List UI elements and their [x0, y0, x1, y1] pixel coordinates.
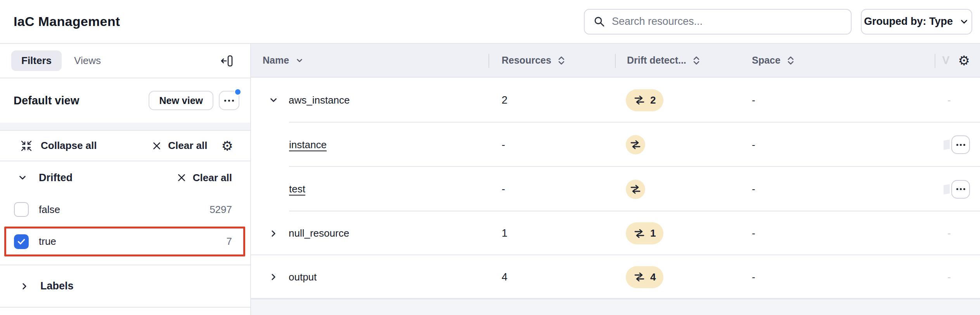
resources-count: 2	[488, 94, 615, 106]
collapse-sidebar-button[interactable]	[220, 54, 234, 68]
chevron-right-icon[interactable]	[268, 228, 279, 239]
sort-updown-icon	[787, 55, 795, 66]
resources-table: Name Resources Drift detect... Space V	[251, 44, 980, 315]
resources-count: -	[488, 139, 615, 151]
partial-icon-fragment	[944, 184, 950, 194]
view-title: Default view	[14, 94, 79, 107]
space-value: -	[745, 139, 935, 151]
tab-views[interactable]: Views	[74, 55, 101, 67]
section-title: Drifted	[39, 172, 73, 184]
option-label: false	[39, 204, 60, 216]
space-value: -	[745, 183, 935, 195]
filter-settings-gear-icon[interactable]: ⚙	[222, 139, 233, 152]
section-labels-header[interactable]: Labels	[0, 265, 250, 308]
chevron-right-icon	[19, 281, 29, 291]
collapse-all-icon	[21, 140, 32, 152]
column-header-name[interactable]: Name	[251, 44, 488, 77]
table-row[interactable]: output 4 4 - -	[251, 255, 980, 299]
sort-updown-icon	[693, 55, 700, 66]
resource-link[interactable]: test	[289, 183, 305, 195]
trailing-value: -	[935, 271, 980, 283]
close-icon	[152, 141, 162, 151]
notification-dot	[234, 88, 242, 96]
resource-type-name: output	[289, 271, 317, 283]
page-title: IaC Management	[14, 14, 120, 29]
tab-filters[interactable]: Filters	[11, 50, 62, 71]
table-row[interactable]: aws_instance 2 2 - -	[251, 78, 980, 123]
drift-arrows-icon	[630, 184, 641, 195]
filter-option-false[interactable]: false 5297	[0, 194, 250, 225]
chevron-right-icon[interactable]	[268, 272, 279, 282]
drift-arrows-icon	[634, 95, 645, 106]
section-drifted-header[interactable]: Drifted Clear all	[0, 161, 250, 194]
column-header-drift[interactable]: Drift detect...	[615, 44, 745, 77]
sort-chevron-down-icon	[295, 56, 304, 65]
sort-updown-icon	[558, 55, 565, 66]
space-value: -	[745, 94, 935, 106]
resources-count: 1	[488, 227, 615, 239]
table-body: aws_instance 2 2 - - instance -	[251, 78, 980, 299]
table-header-row: Name Resources Drift detect... Space V	[251, 44, 980, 78]
top-bar-actions: Grouped by: Type	[584, 9, 972, 35]
search-box[interactable]	[584, 9, 852, 35]
drift-arrows-icon	[630, 139, 641, 150]
drift-arrows-icon	[634, 228, 645, 239]
table-footer	[251, 299, 980, 315]
option-label: true	[39, 235, 56, 248]
section-title: Labels	[40, 280, 74, 292]
section-clear-all-button[interactable]: Clear all	[177, 172, 232, 184]
checkbox-unchecked[interactable]	[14, 202, 29, 217]
drift-badge	[626, 135, 645, 154]
search-icon	[593, 16, 606, 28]
checkbox-checked[interactable]	[14, 234, 29, 249]
drift-badge: 1	[626, 222, 663, 244]
space-value: -	[745, 271, 935, 283]
resources-count: -	[488, 183, 615, 195]
table-row[interactable]: test - -	[251, 167, 980, 211]
chevron-down-icon[interactable]	[268, 95, 279, 105]
resource-link[interactable]: instance	[289, 139, 327, 151]
current-view-row: Default view New view	[0, 78, 250, 123]
drift-arrows-icon	[634, 272, 645, 282]
close-icon	[177, 173, 187, 183]
divider	[251, 298, 980, 299]
truncated-glyph: V	[942, 54, 949, 67]
table-settings-gear-icon[interactable]: ⚙	[958, 54, 970, 67]
resource-type-name: null_resource	[289, 227, 349, 239]
resources-count: 4	[488, 271, 615, 283]
top-bar: IaC Management Grouped by: Type	[0, 0, 980, 44]
drift-badge: 2	[626, 89, 663, 111]
row-more-button[interactable]	[951, 135, 970, 154]
collapse-all-button[interactable]: Collapse all	[21, 140, 97, 152]
new-view-button[interactable]: New view	[149, 91, 213, 110]
table-row[interactable]: instance - -	[251, 123, 980, 167]
option-count: 5297	[210, 204, 232, 216]
space-value: -	[745, 227, 935, 239]
table-row[interactable]: null_resource 1 1 - -	[251, 211, 980, 255]
section-spacer	[0, 123, 250, 131]
drift-badge	[626, 180, 645, 199]
chevron-down-icon	[959, 17, 969, 27]
drift-badge: 4	[626, 266, 663, 288]
chevron-down-icon	[17, 173, 28, 183]
column-header-space[interactable]: Space	[745, 44, 935, 77]
resource-type-name: aws_instance	[289, 94, 350, 106]
partial-icon-fragment	[944, 140, 950, 150]
option-count: 7	[227, 235, 232, 248]
filter-option-true[interactable]: true 7	[0, 225, 250, 258]
filter-toolbar: Collapse all Clear all ⚙	[0, 131, 250, 161]
search-input[interactable]	[612, 16, 842, 28]
view-more-button[interactable]	[219, 91, 239, 110]
sidebar-tabs: Filters Views	[0, 44, 250, 78]
column-header-actions: V ⚙	[935, 44, 980, 77]
grouped-by-label: Grouped by: Type	[864, 16, 953, 28]
grouped-by-dropdown[interactable]: Grouped by: Type	[861, 9, 972, 35]
row-more-button[interactable]	[951, 180, 970, 199]
clear-all-button[interactable]: Clear all	[152, 140, 207, 152]
trailing-value: -	[935, 227, 980, 239]
column-header-resources[interactable]: Resources	[488, 44, 615, 77]
filters-sidebar: Filters Views Default view New view Coll…	[0, 44, 251, 315]
trailing-value: -	[935, 94, 980, 106]
